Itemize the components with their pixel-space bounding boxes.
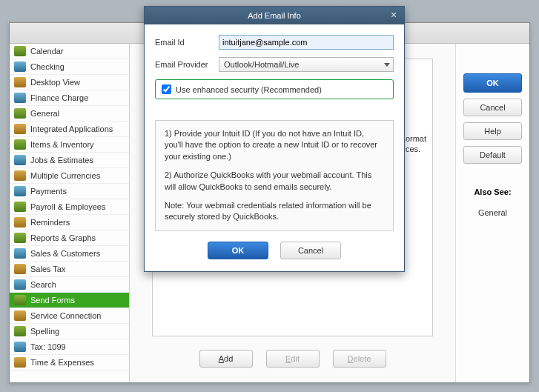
enhanced-security-label: Use enhanced security (Recommended) [176,85,322,94]
sidebar-icon [14,326,26,336]
sidebar-item-items-inventory[interactable]: Items & Inventory [10,137,129,153]
sidebar-item-label: Search [30,280,56,289]
help-button[interactable]: Help [463,122,522,140]
sidebar-item-label: Calendar [30,47,64,56]
add-button[interactable]: Add [199,350,253,368]
instruction-step-2: 2) Authorize QuickBooks with your webmai… [165,170,384,193]
sidebar-item-reminders[interactable]: Reminders [10,215,129,230]
also-see-label: Also See: [463,187,522,196]
dialog-title: Add Email Info [248,11,301,20]
email-id-input[interactable] [219,35,394,50]
sidebar-item-sales-customers[interactable]: Sales & Customers [10,246,129,262]
sidebar-item-label: Integrated Applications [30,124,113,133]
sidebar-item-tax-1099[interactable]: Tax: 1099 [10,339,129,355]
instruction-step-1: 1) Provide your Intuit ID (If you do not… [165,128,384,162]
sidebar-item-label: Jobs & Estimates [30,156,93,165]
sidebar-icon [14,62,26,72]
truncated-hint: ormat ces. [406,133,426,155]
delete-accel: D [348,354,354,363]
sidebar-item-checking[interactable]: Checking [10,59,129,75]
sidebar-item-label: Items & Inventory [30,140,94,149]
sidebar-item-multiple-currencies[interactable]: Multiple Currencies [10,168,129,184]
sidebar-icon [14,233,26,243]
sidebar-item-label: Reminders [30,218,70,227]
dialog-ok-button[interactable]: OK [208,242,268,259]
sidebar-item-jobs-estimates[interactable]: Jobs & Estimates [10,153,129,168]
sidebar-item-label: General [30,109,59,118]
chevron-down-icon [384,63,390,67]
close-icon[interactable]: × [388,10,400,21]
sidebar-icon [14,170,26,181]
delete-button[interactable]: Delete [333,350,386,368]
sidebar-item-payments[interactable]: Payments [10,184,129,199]
sidebar-item-general[interactable]: General [10,106,129,122]
sidebar: CalendarCheckingDesktop ViewFinance Char… [10,44,130,382]
email-provider-label: Email Provider [155,60,219,69]
sidebar-icon [14,46,26,56]
sidebar-icon [14,248,26,259]
dialog-titlebar[interactable]: Add Email Info × [145,7,404,24]
sidebar-icon [14,124,26,134]
sidebar-item-payroll-employees[interactable]: Payroll & Employees [10,199,129,215]
sidebar-item-search[interactable]: Search [10,277,129,293]
sidebar-item-label: Multiple Currencies [30,171,100,180]
sidebar-item-label: Send Forms [30,296,75,305]
dialog-cancel-button[interactable]: Cancel [280,242,341,259]
sidebar-icon [14,108,26,119]
sidebar-item-label: Spelling [30,327,59,336]
also-see-general[interactable]: General [463,208,522,217]
ok-button[interactable]: OK [463,73,522,93]
sidebar-item-label: Checking [30,62,65,71]
sidebar-item-label: Payments [30,187,67,196]
sidebar-item-label: Time & Expenses [30,358,94,367]
sidebar-item-label: Reports & Graphs [30,233,96,242]
sidebar-icon [14,357,26,368]
sidebar-item-label: Tax: 1099 [30,342,66,351]
email-provider-select[interactable]: Outlook/Hotmail/Live [219,57,394,72]
edit-button[interactable]: Edit [266,350,320,368]
email-id-label: Email Id [155,38,219,47]
sidebar-icon [14,217,26,227]
sidebar-item-finance-charge[interactable]: Finance Charge [10,90,129,106]
sidebar-item-label: Finance Charge [30,93,88,102]
sidebar-icon [14,310,26,321]
email-provider-value: Outlook/Hotmail/Live [224,60,300,69]
cancel-button[interactable]: Cancel [463,99,522,116]
sidebar-icon [14,342,26,352]
instructions-panel: 1) Provide your Intuit ID (If you do not… [155,120,394,231]
enhanced-security-checkbox[interactable] [162,84,171,94]
instruction-note: Note: Your webmail credentials related i… [165,200,384,223]
sidebar-item-send-forms[interactable]: Send Forms [10,293,129,308]
sidebar-icon [14,77,26,87]
sidebar-item-time-expenses[interactable]: Time & Expenses [10,355,129,371]
sidebar-icon [14,93,26,103]
sidebar-item-label: Payroll & Employees [30,202,106,211]
sidebar-item-desktop-view[interactable]: Desktop View [10,75,129,90]
enhanced-security-row[interactable]: Use enhanced security (Recommended) [155,79,394,99]
sidebar-item-label: Service Connection [30,311,101,320]
sidebar-item-label: Desktop View [30,78,80,87]
add-accel: A [219,354,224,363]
sidebar-icon [14,186,26,196]
sidebar-icon [14,155,26,165]
sidebar-icon [14,202,26,212]
right-column: OK Cancel Help Default Also See: General [455,44,529,382]
add-email-info-dialog: Add Email Info × Email Id Email Provider… [144,6,405,272]
sidebar-icon [14,295,26,305]
sidebar-item-integrated-applications[interactable]: Integrated Applications [10,122,129,137]
sidebar-item-service-connection[interactable]: Service Connection [10,308,129,324]
sidebar-item-reports-graphs[interactable]: Reports & Graphs [10,230,129,246]
default-button[interactable]: Default [463,146,522,164]
sidebar-item-calendar[interactable]: Calendar [10,44,129,59]
sidebar-icon [14,264,26,274]
sidebar-item-label: Sales Tax [30,265,66,273]
sidebar-item-label: Sales & Customers [30,249,100,258]
sidebar-item-sales-tax[interactable]: Sales Tax [10,262,129,277]
sidebar-icon [14,279,26,290]
sidebar-item-spelling[interactable]: Spelling [10,324,129,339]
sidebar-icon [14,139,26,150]
